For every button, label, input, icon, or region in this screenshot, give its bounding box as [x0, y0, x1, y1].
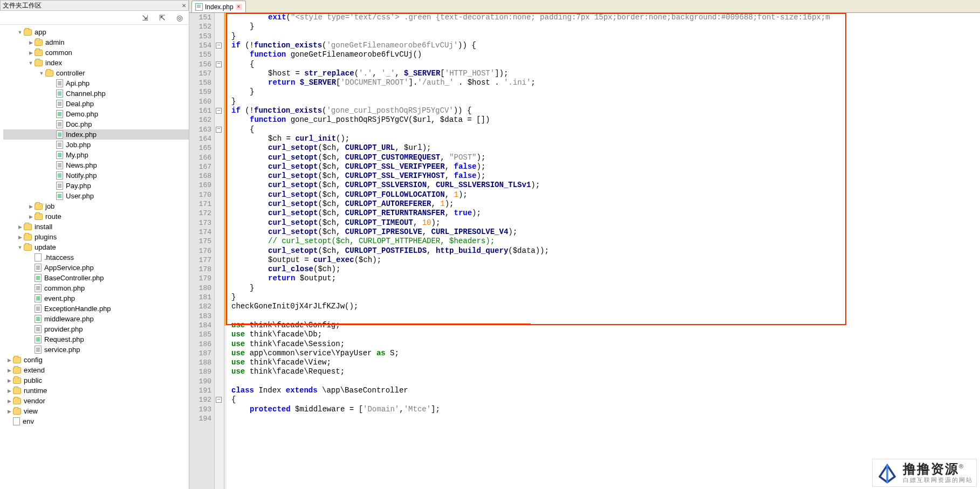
code-line[interactable]: use think\facade\View;: [231, 358, 331, 367]
code-line[interactable]: curl_setopt($ch, CURLOPT_CUSTOMREQUEST, …: [231, 153, 485, 162]
tree-file[interactable]: ExceptionHandle.php: [3, 304, 189, 314]
code-line[interactable]: }: [231, 293, 236, 302]
tree-file[interactable]: Pay.php: [3, 181, 189, 191]
tree-file[interactable]: Api.php: [3, 78, 189, 88]
code-line[interactable]: use think\facade\Config;: [231, 321, 340, 330]
fold-toggle-icon[interactable]: [216, 127, 222, 133]
code-line[interactable]: {: [231, 60, 254, 69]
code-line[interactable]: curl_setopt($ch, CURLOPT_SSL_VERIFYHOST,…: [231, 171, 485, 181]
twisty-icon[interactable]: [38, 68, 45, 79]
close-icon[interactable]: [236, 4, 242, 10]
collapse-icon[interactable]: ⇲: [140, 13, 150, 23]
tree-file[interactable]: News.php: [3, 160, 189, 170]
twisty-icon[interactable]: [5, 365, 13, 376]
code-line[interactable]: return $output;: [231, 274, 336, 283]
twisty-icon[interactable]: [16, 232, 24, 243]
tree-file[interactable]: Request.php: [3, 334, 189, 345]
code-line[interactable]: $ch = curl_init();: [231, 134, 349, 143]
tree-file[interactable]: User.php: [3, 191, 189, 201]
code-line[interactable]: use think\facade\Session;: [231, 340, 345, 349]
code-line[interactable]: curl_setopt($ch, CURLOPT_IPRESOLVE, CURL…: [231, 228, 517, 237]
code-line[interactable]: use think\facade\Db;: [231, 330, 322, 339]
code-line[interactable]: }: [231, 97, 236, 106]
code-line[interactable]: curl_setopt($ch, CURLOPT_RETURNTRANSFER,…: [231, 209, 481, 218]
code-line[interactable]: $output = curl_exec($ch);: [231, 256, 381, 265]
tree-folder[interactable]: vendor: [3, 396, 189, 406]
code-line[interactable]: protected $middleware = ['Domain','Mtce'…: [231, 405, 440, 414]
code-line[interactable]: use app\common\service\YpayUser as S;: [231, 349, 399, 358]
code-line[interactable]: curl_setopt($ch, CURLOPT_SSLVERSION, CUR…: [231, 181, 540, 190]
close-icon[interactable]: [180, 2, 188, 9]
code-line[interactable]: }: [231, 32, 236, 41]
tree-file[interactable]: common.php: [3, 283, 189, 293]
code-line[interactable]: $host = str_replace('.', '_', $_SERVER['…: [231, 69, 508, 78]
code-editor[interactable]: 151exit("<style type='text/css'> .green …: [189, 13, 980, 489]
fold-toggle-icon[interactable]: [216, 61, 222, 67]
code-line[interactable]: if (!function_exists('gone_curl_posthOqR…: [231, 106, 471, 115]
tree-file[interactable]: BaseController.php: [3, 273, 189, 283]
tree-file[interactable]: Deal.php: [3, 99, 189, 109]
tree-file[interactable]: event.php: [3, 293, 189, 304]
twisty-icon[interactable]: [5, 355, 13, 366]
twisty-icon[interactable]: [27, 211, 35, 222]
code-line[interactable]: return $_SERVER['DOCUMENT_ROOT'].'/auth_…: [231, 78, 536, 87]
tree-file[interactable]: provider.php: [3, 324, 189, 334]
code-line[interactable]: }: [231, 87, 254, 97]
twisty-icon[interactable]: [27, 201, 35, 212]
code-line[interactable]: curl_close($ch);: [231, 265, 340, 274]
tree-folder[interactable]: admin: [3, 37, 189, 47]
tree-file[interactable]: .htaccess: [3, 252, 189, 263]
code-line[interactable]: curl_setopt($ch, CURLOPT_URL, $url);: [231, 143, 431, 153]
twisty-icon[interactable]: [5, 385, 13, 396]
code-line[interactable]: }: [231, 284, 254, 293]
code-line[interactable]: function goneGetFilenameorobe6fLvCUj(): [231, 50, 422, 59]
tree-folder[interactable]: controller: [3, 68, 189, 78]
twisty-icon[interactable]: [16, 242, 24, 253]
code-line[interactable]: curl_setopt($ch, CURLOPT_TIMEOUT, 10);: [231, 218, 440, 228]
tree-folder[interactable]: config: [3, 355, 189, 365]
tree-file[interactable]: AppService.php: [3, 263, 189, 273]
tree-file[interactable]: Index.php: [3, 129, 189, 140]
code-line[interactable]: curl_setopt($ch, CURLOPT_AUTOREFERER, 1)…: [231, 199, 454, 209]
tree-folder[interactable]: runtime: [3, 385, 189, 396]
code-line[interactable]: use think\facade\Request;: [231, 367, 345, 376]
twisty-icon[interactable]: [27, 37, 35, 48]
tree-folder[interactable]: job: [3, 201, 189, 211]
tree-folder[interactable]: install: [3, 222, 189, 232]
code-line[interactable]: {: [231, 125, 254, 134]
tree-folder[interactable]: update: [3, 242, 189, 252]
tree-file[interactable]: Channel.php: [3, 88, 189, 99]
code-line[interactable]: curl_setopt($ch, CURLOPT_FOLLOWLOCATION,…: [231, 190, 468, 199]
tree-folder[interactable]: public: [3, 375, 189, 385]
fold-toggle-icon[interactable]: [216, 43, 222, 49]
twisty-icon[interactable]: [5, 375, 13, 386]
fold-toggle-icon[interactable]: [216, 397, 222, 403]
tree-file[interactable]: service.php: [3, 345, 189, 355]
tree-folder[interactable]: index: [3, 58, 189, 68]
tree-file[interactable]: Notify.php: [3, 170, 189, 181]
code-line[interactable]: curl_setopt($ch, CURLOPT_SSL_VERIFYPEER,…: [231, 162, 485, 171]
code-line[interactable]: function gone_curl_posthOqRSjP5YgCV($url…: [231, 115, 490, 125]
expand-icon[interactable]: ⇱: [157, 13, 167, 23]
twisty-icon[interactable]: [27, 58, 35, 68]
tree-folder[interactable]: app: [3, 27, 189, 37]
tree-file[interactable]: middleware.php: [3, 314, 189, 324]
code-line[interactable]: curl_setopt($ch, CURLOPT_POSTFIELDS, htt…: [231, 246, 549, 256]
twisty-icon[interactable]: [27, 47, 35, 58]
tree-folder[interactable]: view: [3, 406, 189, 416]
tree-folder[interactable]: plugins: [3, 232, 189, 242]
tree-file[interactable]: Demo.php: [3, 109, 189, 119]
code-line[interactable]: {: [231, 395, 236, 404]
tree-folder[interactable]: common: [3, 47, 189, 58]
target-icon[interactable]: ◎: [175, 13, 184, 23]
editor-tab[interactable]: Index.php: [191, 1, 246, 12]
tree-file[interactable]: env: [3, 416, 189, 426]
tree-file[interactable]: Job.php: [3, 140, 189, 150]
file-tree[interactable]: appadmincommonindexcontrollerApi.phpChan…: [0, 25, 189, 489]
tree-file[interactable]: Doc.php: [3, 119, 189, 129]
tree-folder[interactable]: route: [3, 211, 189, 222]
code-line[interactable]: // curl_setopt($ch, CURLOPT_HTTPHEADER, …: [231, 237, 495, 246]
tree-file[interactable]: My.php: [3, 150, 189, 160]
fold-toggle-icon[interactable]: [216, 108, 222, 114]
code-line[interactable]: exit("<style type='text/css'> .green {te…: [231, 13, 830, 22]
